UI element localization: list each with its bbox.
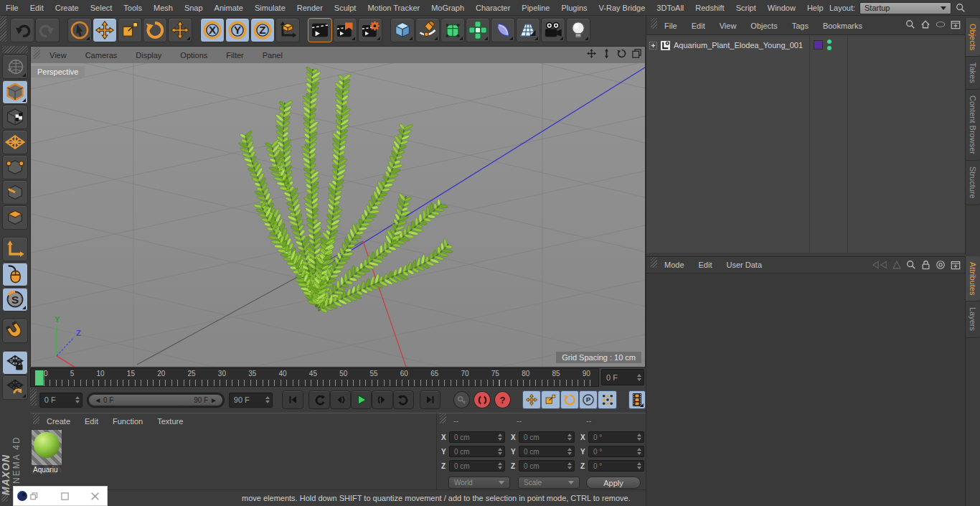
key-parameter-button[interactable]: P xyxy=(579,390,598,409)
timeline-window-button[interactable] xyxy=(628,390,646,409)
panel-tab[interactable]: Layers xyxy=(966,301,980,337)
edges-mode-button[interactable] xyxy=(2,180,28,205)
menu-item[interactable]: Animate xyxy=(209,4,249,12)
rotation-x-field[interactable]: 0 ° xyxy=(588,431,644,443)
menu-item[interactable]: Simulate xyxy=(249,4,291,12)
record-key-button[interactable] xyxy=(453,391,470,408)
attribute-manager-menu-item[interactable]: Mode xyxy=(657,261,692,269)
menu-item[interactable]: Pipeline xyxy=(516,4,555,12)
material-menu-item[interactable]: Texture xyxy=(150,417,190,426)
redo-button[interactable] xyxy=(35,18,60,42)
object-manager-list[interactable]: Aquarium_Plant_Elodea_Young_001 xyxy=(646,34,966,253)
target-icon[interactable] xyxy=(936,260,946,270)
snap-magnet-button[interactable] xyxy=(2,319,28,343)
lock-z-axis-button[interactable]: Z xyxy=(250,18,275,42)
points-mode-button[interactable] xyxy=(2,155,28,179)
position-z-field[interactable]: 0 cm xyxy=(449,460,505,472)
null-object-icon[interactable] xyxy=(660,40,671,51)
current-frame-field[interactable]: 0 F xyxy=(601,369,644,385)
add-deformer-button[interactable] xyxy=(491,18,515,42)
object-manager-menu-item[interactable]: File xyxy=(657,22,684,30)
menu-item[interactable]: Tools xyxy=(118,4,148,12)
menu-item[interactable]: Script xyxy=(730,4,762,12)
menu-item[interactable]: Snap xyxy=(179,4,209,12)
coordinate-space-dropdown[interactable]: World xyxy=(448,477,510,489)
add-light-button[interactable] xyxy=(566,18,590,42)
undo-button[interactable] xyxy=(10,18,34,42)
viewport-menu-item[interactable]: View xyxy=(40,51,76,60)
model-mode-button[interactable] xyxy=(2,80,28,104)
spinner-icon[interactable] xyxy=(75,393,80,407)
goto-end-button[interactable] xyxy=(420,390,440,409)
search-icon[interactable] xyxy=(905,19,915,29)
transport-grip[interactable] xyxy=(30,388,37,406)
viewport-menu-item[interactable]: Panel xyxy=(253,51,292,60)
key-pla-button[interactable] xyxy=(598,390,616,409)
editor-visibility-dot[interactable] xyxy=(827,39,831,44)
workplane-mode-button[interactable] xyxy=(2,130,28,154)
pan-icon[interactable] xyxy=(586,48,597,59)
range-start-field[interactable]: 0 F xyxy=(39,393,83,408)
close-icon[interactable] xyxy=(90,491,100,502)
apply-button[interactable]: Apply xyxy=(586,477,641,489)
position-y-field[interactable]: 0 cm xyxy=(449,446,505,457)
menu-item[interactable]: Redshift xyxy=(689,4,730,12)
add-floor-button[interactable] xyxy=(516,18,540,42)
viewport-grip[interactable] xyxy=(34,47,40,59)
home-icon[interactable] xyxy=(920,19,930,29)
menu-item[interactable]: Help xyxy=(801,4,829,12)
panel-tab[interactable]: Attributes xyxy=(966,256,980,301)
menu-item[interactable]: Window xyxy=(762,4,801,12)
rotation-y-field[interactable]: 0 ° xyxy=(588,446,644,457)
key-scale-button[interactable] xyxy=(541,390,560,409)
last-tool-button[interactable] xyxy=(168,18,192,42)
material-grip[interactable] xyxy=(33,413,39,424)
object-manager-menu-item[interactable]: Objects xyxy=(743,22,784,30)
live-selection-button[interactable] xyxy=(67,18,92,42)
goto-start-button[interactable] xyxy=(282,390,303,409)
mini-window-titlebar[interactable] xyxy=(13,486,108,506)
object-manager-menu-item[interactable]: View xyxy=(712,22,744,30)
size-z-field[interactable]: 0 cm xyxy=(519,460,575,472)
panel-tab[interactable]: Content Browser xyxy=(966,90,980,161)
menu-item[interactable]: Motion Tracker xyxy=(362,4,425,12)
object-row[interactable]: Aquarium_Plant_Elodea_Young_001 xyxy=(649,38,803,52)
viewport-canvas[interactable]: Y Z X Perspective Grid Spacing : 10 cm xyxy=(31,63,645,367)
object-name[interactable]: Aquarium_Plant_Elodea_Young_001 xyxy=(674,41,803,50)
edit-render-settings-button[interactable] xyxy=(358,18,382,42)
attribute-manager-grip[interactable] xyxy=(651,257,657,268)
menu-item[interactable]: Create xyxy=(50,4,85,12)
coordinates-grip[interactable] xyxy=(440,413,446,423)
view-label[interactable]: Perspective xyxy=(31,66,85,78)
next-frame-button[interactable] xyxy=(372,390,392,409)
zoom-icon[interactable] xyxy=(601,48,612,59)
add-subdivision-surface-button[interactable] xyxy=(440,18,465,42)
material-thumbnail[interactable]: Aquariu xyxy=(32,430,62,474)
key-position-button[interactable] xyxy=(522,390,541,409)
render-to-picture-viewer-button[interactable] xyxy=(333,18,357,42)
material-menu-item[interactable]: Edit xyxy=(77,417,105,426)
menu-item[interactable]: Plugins xyxy=(555,4,593,12)
search-icon[interactable] xyxy=(906,260,916,270)
search-icon[interactable] xyxy=(956,3,966,13)
layout-select[interactable]: Startup xyxy=(859,2,951,14)
size-x-field[interactable]: 0 cm xyxy=(519,431,575,443)
add-cube-button[interactable] xyxy=(390,18,415,42)
object-manager-menu-item[interactable]: Bookmarks xyxy=(816,22,870,30)
rotate-view-icon[interactable] xyxy=(616,48,627,59)
range-end-field[interactable]: 90 F xyxy=(229,393,273,408)
menu-item[interactable]: V-Ray Bridge xyxy=(593,4,651,12)
autokey-button[interactable] xyxy=(473,391,490,408)
menu-item[interactable]: Character xyxy=(470,4,516,12)
lock-icon[interactable] xyxy=(921,260,930,270)
material-menu-item[interactable]: Create xyxy=(39,417,77,426)
lock-workplane-button[interactable] xyxy=(2,350,28,375)
expand-icon[interactable] xyxy=(649,42,657,50)
panel-tab[interactable]: Takes xyxy=(966,57,980,90)
object-manager-grip[interactable] xyxy=(651,18,657,29)
panel-tab[interactable]: Structure xyxy=(966,161,980,205)
viewport-menu-item[interactable]: Display xyxy=(126,51,171,60)
menu-item[interactable]: 3DToAll xyxy=(651,4,689,12)
spinner-icon[interactable] xyxy=(637,370,641,385)
history-back-icon[interactable] xyxy=(872,261,887,269)
